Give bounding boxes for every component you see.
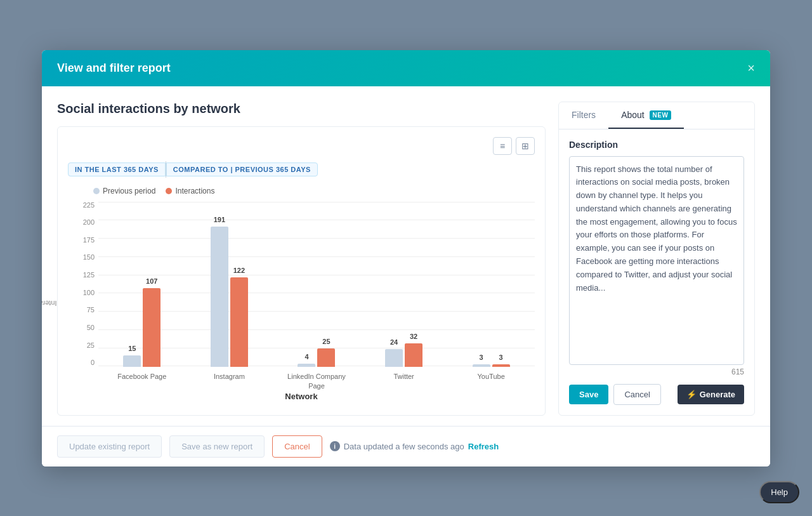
y-label-100: 100 [83, 289, 95, 296]
y-label-75: 75 [87, 307, 95, 314]
footer-info: i Data updated a few seconds ago Refresh [330, 441, 499, 451]
chart-table-view-button[interactable]: ⊞ [516, 137, 535, 155]
cancel-button[interactable]: Cancel [613, 384, 660, 405]
bar-group-inner-4: 3 3 [473, 202, 510, 367]
update-existing-button[interactable]: Update existing report [57, 435, 162, 458]
info-icon: i [330, 441, 340, 451]
x-axis-title: Network [285, 392, 317, 401]
y-label-175: 175 [83, 237, 95, 244]
y-label-50: 50 [87, 324, 95, 331]
chart-area: 225 200 175 150 125 100 75 50 25 0 [68, 202, 535, 405]
x-label-3: Twitter [360, 367, 448, 405]
x-label-4: YouTube [447, 367, 535, 405]
footer-cancel-button[interactable]: Cancel [272, 435, 322, 458]
legend-prev: Previous period [93, 187, 155, 195]
bar-curr-4: 3 [492, 202, 510, 367]
char-count: 615 [569, 367, 744, 376]
close-button[interactable]: × [747, 62, 755, 74]
filter-period[interactable]: IN THE LAST 365 DAYS [68, 162, 166, 176]
bar-group-inner-0: 15 107 [123, 202, 160, 367]
bar-prev-3: 24 [385, 202, 403, 367]
modal: View and filter report × Social interact… [42, 50, 770, 466]
bar-prev-4: 3 [473, 202, 490, 367]
save-button[interactable]: Save [569, 385, 608, 404]
bar-group-0: 15 107 [98, 202, 186, 367]
bar-curr-2: 25 [317, 202, 335, 367]
chart-bar-view-button[interactable]: ≡ [493, 137, 512, 155]
bar-prev-2: 4 [298, 202, 315, 367]
help-button[interactable]: Help [759, 481, 799, 503]
modal-content: Social interactions by network ≡ ⊞ IN TH… [42, 86, 770, 426]
generate-label: Generate [700, 390, 735, 399]
y-label-225: 225 [83, 202, 95, 209]
save-new-button[interactable]: Save as new report [169, 435, 265, 458]
tab-about-content: Description 615 Save Cancel ⚡ Generate [559, 129, 754, 415]
x-label-0: Facebook Page [98, 367, 186, 405]
bars-container: 15 107 191 122 [98, 202, 535, 367]
tab-about[interactable]: About NEW [608, 102, 684, 129]
generate-icon: ⚡ [686, 390, 697, 399]
y-axis: 225 200 175 150 125 100 75 50 25 0 [68, 202, 98, 367]
tabs: Filters About NEW [559, 102, 754, 129]
bar-group-3: 24 32 [360, 202, 448, 367]
y-label-150: 150 [83, 254, 95, 261]
chart-legend: Previous period Interactions [68, 187, 535, 195]
generate-button[interactable]: ⚡ Generate [678, 385, 744, 404]
bar-curr-1: 122 [230, 202, 248, 367]
bar-prev-1: 191 [211, 202, 228, 367]
legend-prev-dot [93, 188, 100, 194]
chart-toolbar: ≡ ⊞ [68, 137, 535, 155]
filter-compare[interactable]: COMPARED TO | PREVIOUS 365 DAYS [166, 162, 318, 176]
bar-group-1: 191 122 [186, 202, 273, 367]
modal-header: View and filter report × [42, 50, 770, 86]
tab-filters[interactable]: Filters [559, 102, 608, 129]
legend-curr-dot [166, 188, 172, 194]
bar-group-2: 4 25 [273, 202, 360, 367]
bar-prev-0: 15 [123, 202, 141, 367]
y-label-25: 25 [87, 342, 95, 349]
bar-group-inner-2: 4 25 [298, 202, 335, 367]
modal-body: Social interactions by network ≡ ⊞ IN TH… [42, 86, 770, 466]
tab-new-badge: NEW [650, 110, 672, 120]
y-label-125: 125 [83, 272, 95, 279]
data-updated-text: Data updated a few seconds ago [344, 442, 464, 451]
modal-title: View and filter report [57, 62, 171, 75]
action-buttons: Save Cancel ⚡ Generate [569, 384, 744, 405]
right-panel: Filters About NEW Description 615 Save C… [558, 102, 755, 416]
bar-group-inner-3: 24 32 [385, 202, 422, 367]
chart-filters: IN THE LAST 365 DAYS COMPARED TO | PREVI… [68, 161, 535, 178]
bar-group-4: 3 3 [447, 202, 535, 367]
description-textarea[interactable] [569, 156, 744, 365]
modal-footer: Update existing report Save as new repor… [42, 426, 770, 466]
bar-group-inner-1: 191 122 [211, 202, 248, 367]
chart-panel: ≡ ⊞ IN THE LAST 365 DAYS COMPARED TO | P… [57, 126, 546, 416]
bar-curr-0: 107 [143, 202, 160, 367]
legend-curr: Interactions [166, 187, 214, 195]
legend-prev-label: Previous period [103, 187, 155, 195]
report-title: Social interactions by network [57, 102, 546, 116]
legend-curr-label: Interactions [175, 187, 214, 195]
bar-curr-3: 32 [405, 202, 422, 367]
refresh-link[interactable]: Refresh [468, 442, 499, 451]
y-label-0: 0 [91, 359, 95, 366]
y-label-200: 200 [83, 219, 95, 226]
x-label-1: Instagram [186, 367, 273, 405]
description-label: Description [569, 140, 744, 150]
